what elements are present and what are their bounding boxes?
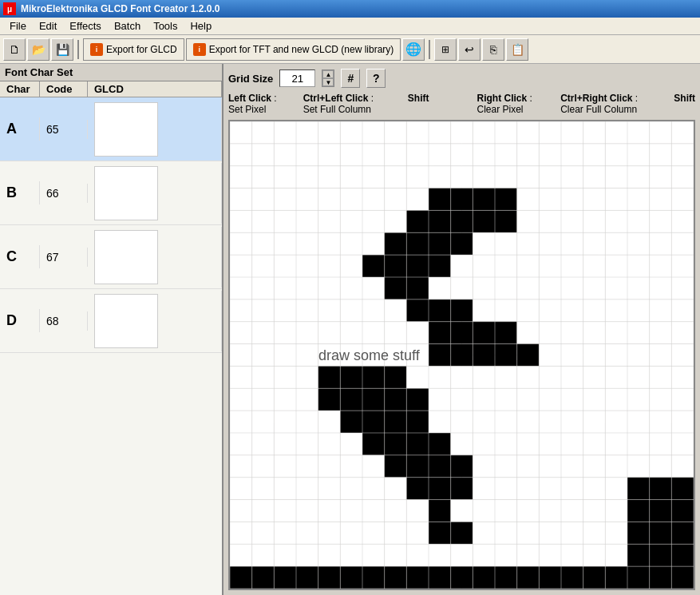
- export-tft-icon: i: [193, 43, 206, 56]
- char-list: A 65 B 66 C 67 D 68: [0, 97, 222, 595]
- instr-ctrl-rc-key: Ctrl+Right Click: [560, 93, 632, 104]
- menu-edit[interactable]: Edit: [33, 18, 63, 34]
- save-button[interactable]: 💾: [51, 38, 73, 61]
- char-glcd-2: [88, 227, 222, 288]
- instr-rc-key: Right Click: [477, 93, 527, 104]
- export-tft-button[interactable]: i Export for TFT and new GLCD (new libra…: [186, 38, 401, 61]
- char-char-2: C: [0, 245, 40, 268]
- main-content: Font Char Set Char Code GLCD A 65 B 66 C…: [0, 64, 700, 595]
- window-title: MikroElektronika GLCD Font Creator 1.2.0…: [21, 3, 219, 14]
- menu-help[interactable]: Help: [184, 18, 218, 34]
- char-code-2: 67: [40, 248, 88, 267]
- grid-hash-button[interactable]: #: [341, 69, 360, 88]
- menu-batch[interactable]: Batch: [108, 18, 147, 34]
- grid-help-button[interactable]: ?: [366, 69, 386, 88]
- instr-shift2-key: Shift: [674, 93, 695, 104]
- char-row[interactable]: A 65: [0, 97, 222, 161]
- spin-up[interactable]: ▲: [322, 70, 334, 78]
- char-code-3: 68: [40, 311, 88, 331]
- toolbar-separator-1: [77, 40, 79, 59]
- col-code: Code: [40, 81, 88, 97]
- char-preview-3: [94, 294, 158, 348]
- char-glcd-3: [88, 291, 222, 351]
- export-glcd-icon: i: [90, 43, 103, 56]
- char-preview-0: [94, 102, 158, 157]
- grid-size-input[interactable]: [279, 69, 315, 87]
- char-code-0: 65: [40, 120, 88, 139]
- copy-button[interactable]: ⎘: [482, 38, 504, 61]
- panel-title: Font Char Set: [0, 64, 222, 81]
- export-glcd-button[interactable]: i Export for GLCD: [83, 38, 184, 61]
- undo-button[interactable]: ↩: [458, 38, 481, 61]
- instructions: Left Click : Set Pixel Ctrl+Left Click :…: [228, 93, 695, 115]
- char-row[interactable]: C 67: [0, 225, 222, 289]
- instr-shift1-key: Shift: [408, 93, 429, 104]
- col-char: Char: [0, 81, 40, 97]
- right-panel: Grid Size ▲ ▼ # ? Left Click : Set Pixel…: [223, 64, 700, 595]
- char-preview-1: [94, 166, 158, 220]
- globe-button[interactable]: 🌐: [402, 38, 425, 61]
- instr-lc-key: Left Click: [228, 93, 271, 104]
- char-code-1: 66: [40, 184, 88, 203]
- new-button[interactable]: 🗋: [3, 38, 26, 61]
- menu-tools[interactable]: Tools: [147, 18, 184, 34]
- grid-controls: Grid Size ▲ ▼ # ?: [228, 69, 695, 88]
- toolbar-separator-2: [429, 40, 430, 59]
- char-char-0: A: [0, 117, 40, 141]
- col-glcd: GLCD: [88, 81, 222, 97]
- export-glcd-label: Export for GLCD: [106, 44, 177, 55]
- left-panel: Font Char Set Char Code GLCD A 65 B 66 C…: [0, 64, 223, 595]
- toolbar-icon-4[interactable]: ⊞: [434, 38, 457, 61]
- title-bar: μ MikroElektronika GLCD Font Creator 1.2…: [0, 0, 700, 18]
- char-char-1: B: [0, 181, 40, 204]
- spin-down[interactable]: ▼: [322, 78, 334, 86]
- char-glcd-1: [88, 163, 222, 224]
- grid-size-label: Grid Size: [228, 73, 273, 85]
- menu-bar: File Edit Effects Batch Tools Help: [0, 18, 700, 35]
- pixel-grid-wrapper: draw some stuff: [228, 120, 695, 590]
- grid-size-spinner[interactable]: ▲ ▼: [322, 69, 334, 87]
- pixel-canvas[interactable]: [230, 121, 694, 589]
- open-button[interactable]: 📂: [27, 38, 49, 61]
- char-glcd-0: [88, 99, 222, 160]
- app-icon: μ: [3, 2, 16, 15]
- paste-button[interactable]: 📋: [506, 38, 528, 61]
- char-preview-2: [94, 230, 158, 284]
- char-char-3: D: [0, 309, 40, 332]
- menu-effects[interactable]: Effects: [63, 18, 108, 34]
- char-row[interactable]: B 66: [0, 161, 222, 225]
- instr-ctrl-lc-key: Ctrl+Left Click: [303, 93, 369, 104]
- toolbar: 🗋 📂 💾 i Export for GLCD i Export for TFT…: [0, 35, 700, 64]
- char-list-header: Char Code GLCD: [0, 81, 222, 97]
- export-tft-label: Export for TFT and new GLCD (new library…: [209, 44, 394, 55]
- char-row[interactable]: D 68: [0, 289, 222, 353]
- menu-file[interactable]: File: [3, 18, 33, 34]
